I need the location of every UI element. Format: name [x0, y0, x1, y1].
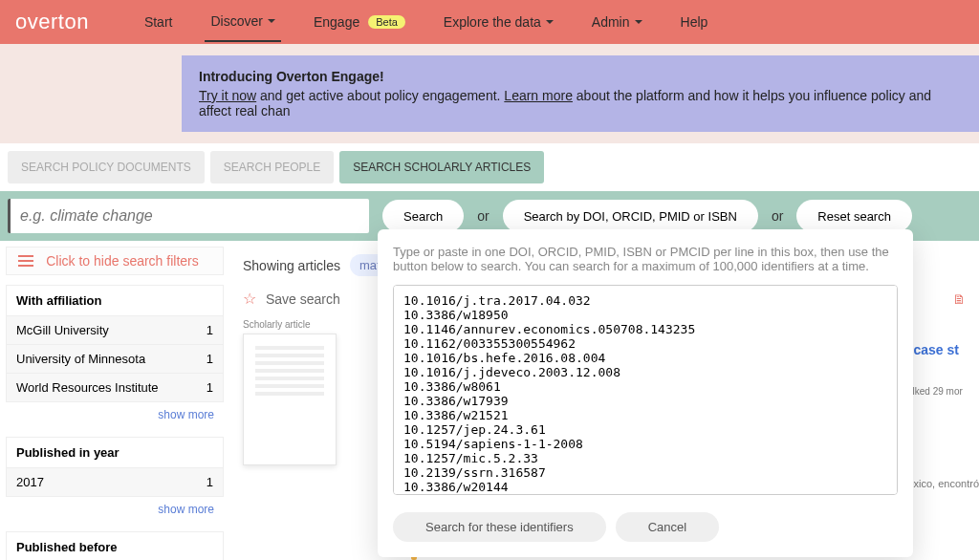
reset-search-button[interactable]: Reset search — [796, 200, 912, 232]
identifiers-textarea[interactable] — [393, 285, 898, 495]
pdf-icon[interactable]: 🗎 — [952, 291, 966, 307]
sidebar: Click to hide search filters With affili… — [0, 241, 229, 560]
modal-description: Type or paste in one DOI, ORCID, PMID, I… — [393, 245, 898, 273]
nav-discover[interactable]: Discover — [205, 2, 280, 42]
banner-title: Introducing Overton Engage! — [199, 69, 962, 84]
hamburger-icon — [18, 255, 33, 267]
try-it-link[interactable]: Try it now — [199, 88, 256, 103]
search-tabs: SEARCH POLICY DOCUMENTS SEARCH PEOPLE SE… — [0, 143, 979, 191]
nav-engage[interactable]: EngageBeta — [308, 3, 411, 41]
article-type-label: Scholarly article — [243, 319, 337, 330]
article-thumbnail — [243, 334, 337, 465]
nav-admin[interactable]: Admin — [586, 3, 648, 41]
nav-help[interactable]: Help — [675, 3, 714, 41]
search-identifiers-button[interactable]: Search for these identifiers — [393, 512, 606, 542]
banner-body: Try it now and get active about policy e… — [199, 88, 962, 118]
top-nav: overton Start Discover EngageBeta Explor… — [0, 0, 979, 44]
search-input[interactable] — [8, 199, 369, 233]
nav-start[interactable]: Start — [139, 3, 179, 41]
or-text: or — [477, 208, 489, 224]
hide-filters-toggle[interactable]: Click to hide search filters — [6, 247, 224, 275]
filter-item[interactable]: World Resources Institute1 — [7, 373, 223, 401]
nav-explore[interactable]: Explore the data — [438, 3, 559, 41]
filter-item[interactable]: 20171 — [7, 467, 223, 496]
search-button[interactable]: Search — [382, 200, 464, 232]
filter-published-before: Published before — [6, 531, 224, 560]
banner-backdrop: Introducing Overton Engage! Try it now a… — [0, 44, 979, 143]
filter-title: Published in year — [7, 438, 223, 467]
save-search-link[interactable]: Save search — [266, 291, 340, 307]
chevron-down-icon — [546, 20, 554, 24]
modal-buttons: Search for these identifiers Cancel — [393, 512, 898, 542]
doi-search-modal: Type or paste in one DOI, ORCID, PMID, I… — [378, 229, 913, 557]
or-text: or — [772, 208, 783, 224]
filter-affiliation: With affiliation McGill University1 Univ… — [6, 285, 224, 402]
filter-title: With affiliation — [7, 286, 223, 315]
logo: overton — [15, 10, 89, 34]
mexico-text: léxico, encontró — [905, 478, 979, 489]
beta-badge: Beta — [368, 15, 405, 29]
show-more-link[interactable]: show more — [6, 402, 224, 427]
cancel-button[interactable]: Cancel — [616, 512, 719, 542]
filter-item[interactable]: University of Minnesota1 — [7, 344, 223, 373]
engage-banner: Introducing Overton Engage! Try it now a… — [182, 55, 979, 132]
search-by-doi-button[interactable]: Search by DOI, ORCID, PMID or ISBN — [503, 200, 758, 232]
chevron-down-icon — [635, 20, 642, 24]
article-card[interactable]: Scholarly article — [243, 319, 337, 465]
filter-title: Published before — [7, 532, 223, 560]
tab-scholarly-articles[interactable]: SEARCH SCHOLARLY ARTICLES — [339, 151, 544, 183]
chevron-down-icon — [268, 19, 275, 23]
tab-policy-documents[interactable]: SEARCH POLICY DOCUMENTS — [8, 151, 205, 183]
filter-year: Published in year 20171 — [6, 437, 224, 497]
filter-item[interactable]: McGill University1 — [7, 315, 223, 344]
thumb-lines-icon — [255, 346, 324, 396]
tab-people[interactable]: SEARCH PEOPLE — [210, 151, 334, 183]
star-icon[interactable]: ☆ — [243, 290, 256, 308]
show-more-link[interactable]: show more — [6, 497, 224, 522]
learn-more-link[interactable]: Learn more — [504, 88, 573, 103]
